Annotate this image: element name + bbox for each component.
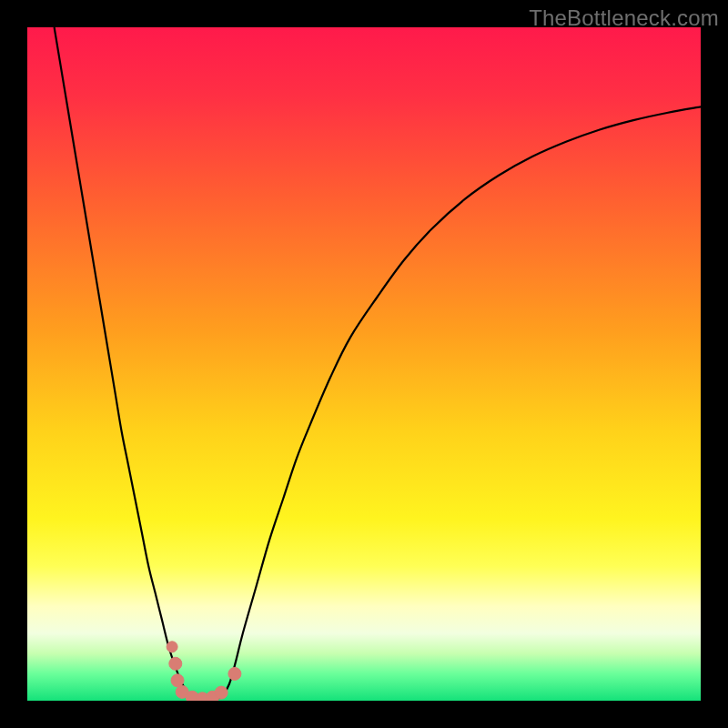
watermark-text: TheBottleneck.com — [529, 5, 719, 31]
data-marker — [171, 674, 184, 687]
data-marker — [169, 657, 182, 670]
bottleneck-chart — [27, 27, 701, 701]
gradient-background — [27, 27, 701, 701]
data-marker — [228, 667, 241, 680]
plot-area — [27, 27, 701, 701]
data-marker — [215, 686, 228, 699]
data-marker — [167, 642, 177, 652]
chart-frame: TheBottleneck.com — [0, 0, 728, 728]
